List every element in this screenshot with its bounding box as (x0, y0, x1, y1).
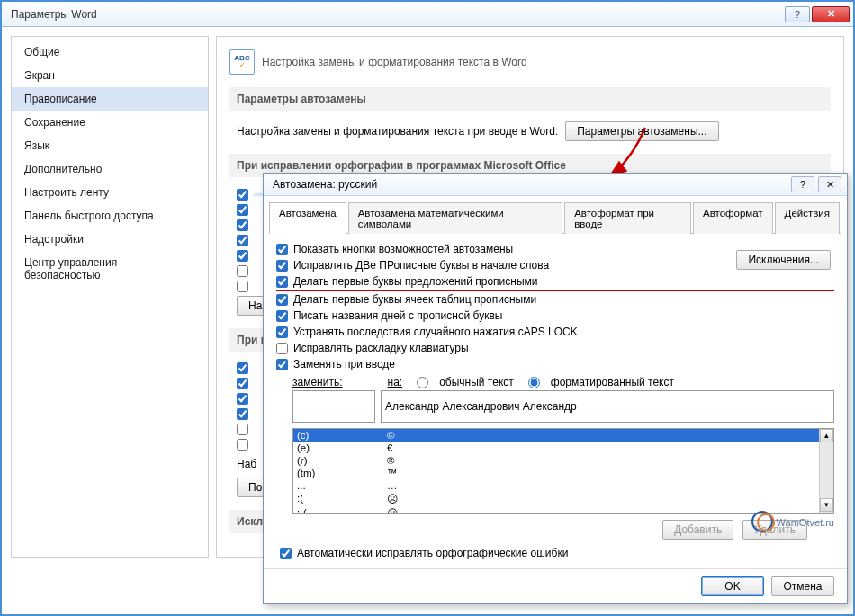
bg-check-8[interactable] (237, 362, 248, 374)
dialog-title: Автозамена: русский (273, 178, 788, 191)
bg-check-7[interactable] (237, 281, 248, 292)
autocorrect-options-button[interactable]: Параметры автозамены... (565, 121, 718, 141)
scroll-up-icon[interactable]: ▴ (820, 429, 833, 442)
sidebar-item-advanced[interactable]: Дополнительно (12, 157, 208, 181)
list-row[interactable]: (c)© (293, 429, 819, 442)
bg-check-12[interactable] (237, 424, 248, 435)
bg-check-11[interactable] (237, 408, 248, 420)
tab-autocorrect[interactable]: Автозамена (269, 202, 346, 234)
replacement-list[interactable]: (c)© (e)€ (r)® (tm)™ ...… :(☹ :-(☹ ▴ ▾ (292, 428, 834, 514)
list-row[interactable]: ...… (293, 479, 819, 492)
with-label: на: (388, 376, 403, 388)
sidebar-item-trust-center[interactable]: Центр управления безопасностью (12, 251, 208, 287)
ok-button[interactable]: OK (701, 576, 764, 596)
list-row[interactable]: (r)® (293, 454, 819, 467)
replace-input[interactable] (292, 390, 375, 423)
bg-check-10[interactable] (237, 393, 248, 405)
tab-autoformat[interactable]: Автоформат (693, 202, 773, 234)
radio-formatted-text[interactable] (528, 377, 540, 388)
sidebar-item-language[interactable]: Язык (12, 134, 208, 157)
watermark-logo-icon (752, 511, 775, 534)
sidebar-item-proofing[interactable]: Правописание (12, 87, 208, 111)
tab-math-autocorrect[interactable]: Автозамена математическими символами (348, 202, 563, 234)
tab-autoformat-typing[interactable]: Автоформат при вводе (564, 202, 691, 234)
opt-capitalize-days[interactable] (276, 310, 288, 322)
help-button[interactable]: ? (785, 6, 810, 22)
replace-label: заменить: (292, 376, 343, 388)
list-row[interactable]: :(☹ (293, 492, 819, 506)
bg-check-4[interactable] (237, 235, 248, 246)
radio-plain-text[interactable] (417, 377, 428, 388)
tab-actions[interactable]: Действия (775, 202, 840, 234)
sidebar-item-customize-ribbon[interactable]: Настроить ленту (12, 181, 208, 204)
autocorrect-dialog: Автозамена: русский ? ✕ Автозамена Автоз… (263, 173, 848, 604)
bg-check-1[interactable] (237, 189, 248, 201)
opt-capitalize-cells[interactable] (276, 294, 288, 306)
opt-capitalize-sentences[interactable] (276, 276, 288, 288)
sidebar-item-quick-access[interactable]: Панель быстрого доступа (12, 204, 208, 228)
bg-check-5[interactable] (237, 250, 248, 262)
close-button[interactable]: ✕ (812, 6, 850, 22)
opt-auto-spellfix[interactable] (280, 548, 292, 559)
sidebar-item-display[interactable]: Экран (12, 64, 208, 87)
opt-show-buttons[interactable] (276, 244, 288, 255)
bg-check-2[interactable] (237, 204, 248, 216)
dialog-tabs: Автозамена Автозамена математическими си… (269, 201, 842, 234)
window-title: Параметры Word (11, 8, 785, 21)
window-titlebar: Параметры Word ? ✕ (2, 2, 853, 27)
list-row[interactable]: (e)€ (293, 442, 819, 454)
dialog-titlebar: Автозамена: русский ? ✕ (264, 174, 847, 196)
bg-check-6[interactable] (237, 265, 248, 277)
sidebar: Общие Экран Правописание Сохранение Язык… (11, 36, 209, 558)
opt-two-caps[interactable] (276, 260, 288, 272)
sidebar-item-addins[interactable]: Надстройки (12, 228, 208, 251)
opt-caps-lock[interactable] (276, 326, 288, 338)
nab-label: Наб (237, 458, 256, 470)
dialog-close-button[interactable]: ✕ (818, 176, 842, 192)
list-row[interactable]: (tm)™ (293, 467, 819, 479)
bg-check-3[interactable] (237, 219, 248, 231)
cancel-button[interactable]: Отмена (771, 576, 834, 596)
exceptions-button[interactable]: Исключения... (736, 250, 831, 270)
with-input[interactable] (381, 390, 834, 423)
dialog-help-button[interactable]: ? (791, 176, 814, 192)
bg-check-9[interactable] (237, 378, 248, 389)
sidebar-item-save[interactable]: Сохранение (12, 111, 208, 134)
opt-replace-typing[interactable] (276, 359, 288, 370)
watermark: WamOtvet.ru (752, 511, 834, 534)
opt-keyboard-layout[interactable] (276, 343, 288, 354)
list-row[interactable]: :-(☹ (293, 506, 819, 514)
list-scrollbar[interactable]: ▴ ▾ (819, 429, 833, 513)
sidebar-item-general[interactable]: Общие (12, 40, 208, 64)
scroll-down-icon[interactable]: ▾ (820, 498, 833, 512)
autocorrect-desc: Настройка замены и форматирования текста… (237, 125, 558, 138)
proofing-icon: ABC✓ (230, 49, 255, 75)
add-button[interactable]: Добавить (662, 520, 734, 540)
main-header: Настройка замены и форматирования текста… (262, 56, 527, 68)
bg-check-13[interactable] (237, 439, 248, 451)
section-autocorrect-options: Параметры автозамены (230, 87, 831, 111)
